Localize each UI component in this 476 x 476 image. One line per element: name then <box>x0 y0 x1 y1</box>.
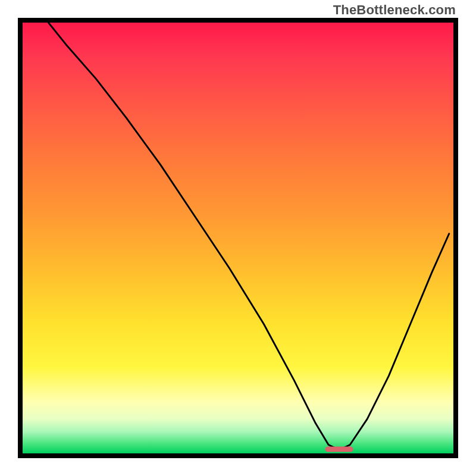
plot-frame <box>18 18 458 458</box>
attribution-label: TheBottleneck.com <box>333 2 456 18</box>
plot-canvas <box>23 23 453 453</box>
bottleneck-curve <box>23 23 453 453</box>
optimum-marker <box>325 447 353 452</box>
bottleneck-figure: TheBottleneck.com <box>0 0 476 476</box>
